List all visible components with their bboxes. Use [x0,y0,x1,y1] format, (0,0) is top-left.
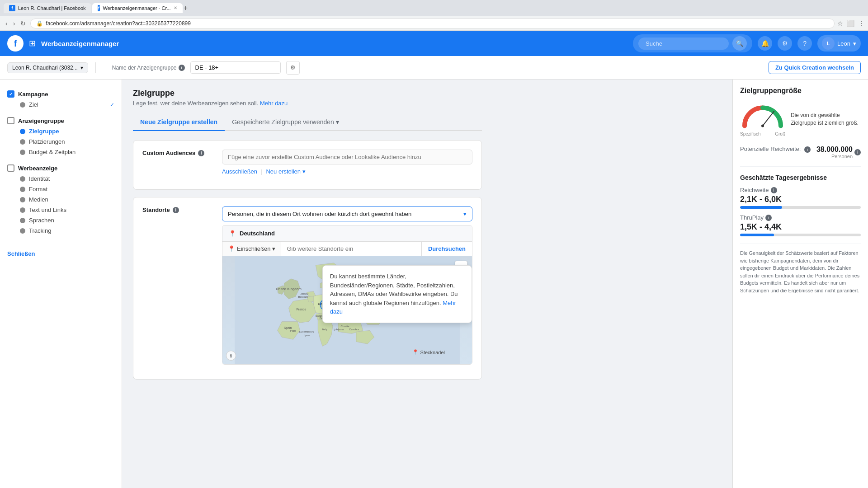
schliessen-button[interactable]: Schließen [0,245,122,263]
svg-text:United Kingdom: United Kingdom [276,287,302,291]
svg-text:Italy: Italy [322,328,327,331]
ausschliessen-link[interactable]: Ausschließen [222,168,257,175]
bookmark-icon[interactable]: ☆ [837,20,843,27]
sidebar-item-text[interactable]: Text und Links [0,205,122,215]
potenzielle-value-group: 38.000.000 Personen i [816,145,861,159]
tab2-close-icon[interactable]: ✕ [174,5,177,10]
quick-creation-button[interactable]: Zu Quick Creation wechseln [769,61,861,74]
sidebar-item-budget[interactable]: Budget & Zeitplan [0,147,122,157]
potenzielle-unit: Personen [816,154,853,159]
gauge-labels: Spezifisch Groß [740,131,785,136]
svg-text:Czechia: Czechia [349,328,359,331]
adgroup-settings-button[interactable]: ⚙ [286,61,300,75]
sidebar-section-anzeigengruppe: Anzeigengruppe [0,113,122,126]
forward-button[interactable]: › [11,18,17,29]
reichweite-info-icon[interactable]: i [771,187,777,193]
sidebar-item-format[interactable]: Format [0,184,122,194]
user-menu-button[interactable]: L Leon ▾ [817,35,861,52]
address-bar[interactable]: 🔒 facebook.com/adsmanager/creation?act=3… [30,19,835,28]
svg-text:Jersey: Jersey [301,292,309,295]
user-name: Leon [837,40,850,47]
tooltip-box: Du kannst bestimmte Länder, Bundesländer… [322,265,472,323]
potenzielle-label-group: Potenzielle Reichweite: i [740,145,811,153]
sidebar-footer: Schließen [0,236,122,263]
mehr-dazu-link[interactable]: Mehr dazu [260,100,288,107]
location-pin-icon: 📍 [229,230,236,237]
lock-icon: 🔒 [36,20,43,27]
right-panel: Zielgruppengröße Spezifisch Groß [732,80,868,488]
custom-audiences-row: Custom Audiences i Ausschließen | Neu er… [142,150,472,175]
map-container: United Kingdom France Germany Spain Belg… [222,256,472,364]
bell-icon[interactable]: 🔔 [758,36,772,51]
reichweite-row: Reichweite i 2,1K - 6,0K [740,187,861,209]
potenzielle-value-info-icon[interactable]: i [854,149,861,155]
custom-audiences-control: Ausschließen | Neu erstellen ▾ [222,150,472,175]
section-title: Zielgruppe [133,89,482,98]
browser-tab-1[interactable]: f Leon R. Chaudhari | Facebook [4,3,91,13]
standorte-dropdown-button[interactable]: Personen, die in diesem Ort wohnen oder … [222,206,472,221]
nav-buttons: ‹ › ↻ [4,18,28,29]
sidebar-item-medien[interactable]: Medien [0,194,122,205]
reichweite-label: Reichweite i [740,187,861,193]
fb-logo: f [7,35,24,52]
sidebar-item-tracking[interactable]: Tracking [0,225,122,236]
gauge-svg [740,102,785,129]
search-input[interactable] [638,38,729,50]
svg-text:Luxembourg: Luxembourg [299,330,314,333]
audiences-links: Ausschließen | Neu erstellen ▾ [222,168,472,175]
reichweite-bar-fill [740,206,782,209]
browser-chrome: f Leon R. Chaudhari | Facebook f Werbean… [0,0,868,16]
sidebar-item-zielgruppe[interactable]: Zielgruppe [0,126,122,136]
more-icon[interactable]: ⋮ [858,20,864,27]
custom-audiences-info-icon[interactable]: i [198,150,204,156]
svg-text:Belgium: Belgium [298,296,308,298]
neu-erstellen-dropdown-icon: ▾ [302,168,306,175]
custom-audiences-input[interactable] [222,150,472,164]
location-header: 📍 Deutschland [222,225,472,241]
reload-button[interactable]: ↻ [19,18,28,29]
sidebar-item-sprachen[interactable]: Sprachen [0,215,122,225]
sidebar-section-kampagne: ✓ Kampagne [0,87,122,99]
reichweite-bar [740,206,861,209]
thruplay-info-icon[interactable]: i [765,215,772,221]
tab2-label: Werbeanzeigenmanager - Cr... [103,5,170,11]
location-search-button[interactable]: Durchsuchen [421,242,472,256]
settings-icon[interactable]: ⚙ [778,36,792,51]
potenzielle-info-icon[interactable]: i [804,146,811,153]
sidebar-item-ziel[interactable]: Ziel ✓ [0,99,122,110]
tab-dropdown-icon: ▾ [336,118,339,126]
sidebar-item-platzierungen[interactable]: Platzierungen [0,136,122,147]
thruplay-bar-fill [740,234,774,236]
sidebar-item-identitaet[interactable]: Identität [0,174,122,184]
location-search-input[interactable] [281,242,421,256]
adgroup-name-input[interactable] [190,61,281,74]
browser-tab-2[interactable]: f Werbeanzeigenmanager - Cr... ✕ [92,3,183,13]
tab1-label: Leon R. Chaudhari | Facebook [18,5,86,11]
location-box: 📍 Deutschland 📍 Einschließen ▾ [222,225,472,365]
content-inner: Zielgruppe Lege fest, wer deine Werbeanz… [122,80,493,396]
extensions-icon[interactable]: ⬜ [847,20,854,27]
svg-text:France: France [297,308,307,311]
svg-text:Ljubljana: Ljubljana [333,328,344,331]
tab-gespeicherte[interactable]: Gespeicherte Zielgruppe verwenden ▾ [225,114,346,130]
thruplay-bar [740,234,861,236]
thruplay-row: ThruPlay i 1,5K - 4,4K [740,214,861,236]
svg-line-25 [763,112,774,126]
back-button[interactable]: ‹ [4,18,9,29]
neu-erstellen-link[interactable]: Neu erstellen ▾ [266,168,305,175]
adgroup-info-icon[interactable]: i [179,65,185,71]
account-select[interactable]: Leon R. Chaudhari (3032... ▾ [7,62,88,73]
custom-audiences-section: Custom Audiences i Ausschließen | Neu er… [133,140,482,190]
browser-tabs: f Leon R. Chaudhari | Facebook f Werbean… [4,3,188,13]
account-dropdown-icon: ▾ [80,65,83,71]
search-button[interactable]: 🔍 [732,36,747,51]
location-type-select[interactable]: 📍 Einschließen ▾ [222,242,281,256]
new-tab-button[interactable]: + [184,3,188,13]
help-icon[interactable]: ? [797,36,812,51]
standorte-info-icon[interactable]: i [173,207,179,213]
menu-icon[interactable]: ⊞ [29,38,36,48]
map-info-button[interactable]: ℹ [226,351,236,361]
tab-neue-zielgruppe[interactable]: Neue Zielgruppe erstellen [133,114,225,131]
sidebar-section-werbeanzeige: Werbeanzeige [0,161,122,174]
svg-point-26 [761,125,764,127]
